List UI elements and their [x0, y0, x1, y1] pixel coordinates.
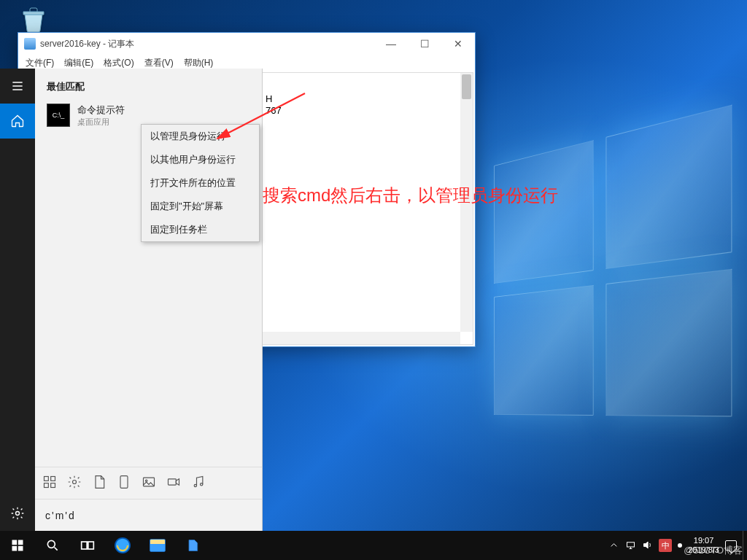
- search-section-header: 最佳匹配: [35, 69, 262, 101]
- svg-rect-16: [12, 546, 18, 551]
- search-filter-bar: [35, 467, 262, 499]
- tray-network-icon[interactable]: [625, 540, 636, 552]
- context-menu: 以管理员身份运行 以其他用户身份运行 打开文件所在的位置 固定到"开始"屏幕 固…: [141, 124, 260, 242]
- annotation-text: 搜索cmd然后右击，以管理员身份运行: [263, 184, 558, 207]
- filter-document-icon[interactable]: [92, 475, 107, 492]
- wallpaper-windows-logo: [494, 105, 732, 417]
- ctx-open-location[interactable]: 打开文件所在的位置: [142, 171, 259, 195]
- show-desktop-button[interactable]: [743, 531, 747, 560]
- tray-chevron-up-icon[interactable]: [608, 540, 619, 552]
- tray-volume-icon[interactable]: [642, 540, 653, 552]
- start-button[interactable]: [0, 531, 35, 560]
- svg-rect-17: [18, 546, 23, 551]
- notepad-icon: [24, 38, 36, 50]
- svg-rect-2: [51, 476, 55, 481]
- ctx-run-as-other[interactable]: 以其他用户身份运行: [142, 148, 259, 171]
- notepad-titlebar[interactable]: server2016-key - 记事本 — ☐ ✕: [18, 33, 475, 55]
- tray-ime-icon[interactable]: 中: [659, 539, 672, 552]
- notepad-content-fragment: 767: [266, 105, 282, 116]
- svg-rect-14: [12, 540, 18, 545]
- svg-rect-3: [44, 483, 49, 487]
- filter-gear-icon[interactable]: [67, 475, 82, 492]
- filter-tablet-icon[interactable]: [117, 475, 131, 492]
- svg-point-18: [47, 540, 55, 548]
- svg-point-11: [194, 484, 196, 486]
- cmd-icon: C:\_: [47, 104, 70, 127]
- hamburger-icon[interactable]: [0, 69, 35, 104]
- start-rail: [0, 69, 35, 531]
- ctx-pin-to-taskbar[interactable]: 固定到任务栏: [142, 218, 259, 241]
- notepad-title: server2016-key - 记事本: [40, 38, 134, 50]
- taskbar: 中 19:07 2019/8/3: [0, 531, 747, 560]
- search-input[interactable]: c'm'd: [35, 499, 262, 531]
- svg-rect-10: [169, 478, 177, 484]
- task-view-icon[interactable]: [70, 531, 105, 560]
- notepad-content-fragment: H: [266, 93, 272, 104]
- svg-rect-4: [51, 483, 55, 487]
- svg-rect-22: [627, 542, 635, 546]
- search-result-title: 命令提示符: [77, 104, 125, 117]
- filter-image-icon[interactable]: [142, 475, 156, 492]
- search-result-subtitle: 桌面应用: [77, 117, 125, 128]
- tray-dot-icon[interactable]: [678, 543, 682, 548]
- svg-line-19: [55, 548, 58, 551]
- svg-rect-6: [120, 475, 128, 488]
- filter-video-icon[interactable]: [166, 475, 181, 492]
- close-button[interactable]: ✕: [441, 33, 475, 55]
- svg-rect-21: [88, 542, 93, 549]
- ctx-pin-to-start[interactable]: 固定到"开始"屏幕: [142, 195, 259, 218]
- taskbar-search-icon[interactable]: [35, 531, 70, 560]
- filter-music-icon[interactable]: [191, 475, 206, 492]
- ie-icon[interactable]: [105, 531, 140, 560]
- file-explorer-icon[interactable]: [140, 531, 175, 560]
- gear-icon[interactable]: [0, 496, 35, 531]
- svg-point-0: [16, 512, 20, 516]
- watermark: @51CTO博客: [684, 544, 743, 557]
- svg-rect-20: [82, 542, 88, 549]
- svg-point-5: [73, 480, 77, 483]
- home-icon[interactable]: [0, 104, 35, 139]
- filter-apps-icon[interactable]: [42, 475, 57, 492]
- maximize-button[interactable]: ☐: [408, 33, 441, 55]
- minimize-button[interactable]: —: [374, 33, 408, 55]
- svg-rect-15: [18, 540, 23, 545]
- ctx-run-as-admin[interactable]: 以管理员身份运行: [142, 125, 259, 148]
- svg-point-12: [201, 483, 203, 485]
- taskbar-app-icon[interactable]: [175, 531, 210, 560]
- svg-rect-1: [44, 476, 49, 481]
